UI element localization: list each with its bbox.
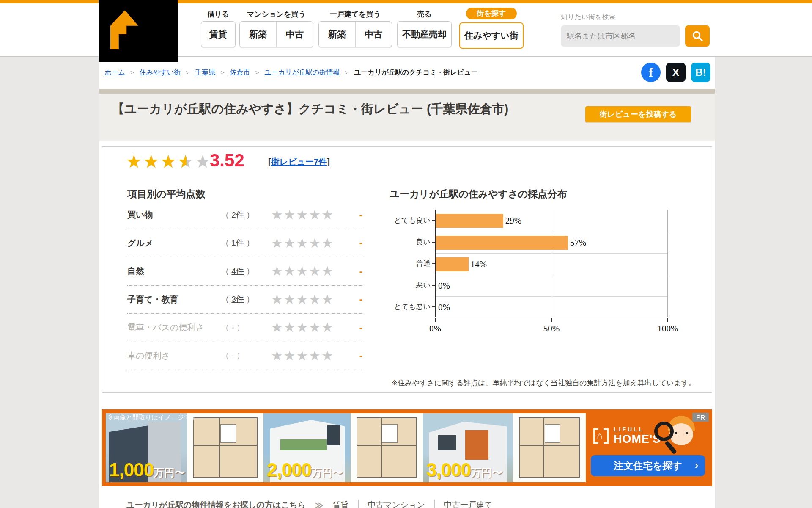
nav-button-mansion-new[interactable]: 新築	[240, 22, 276, 47]
category-stars: ★★★★★	[271, 237, 334, 250]
nav-group-buy-mansion: マンションを買う 新築 中古	[239, 8, 313, 47]
chart-value-label: 57%	[570, 237, 587, 248]
chart-category-label: 普通	[390, 253, 435, 274]
property-links-lead: ユーカリが丘駅の物件情報をお探しの方はこちら	[126, 500, 306, 508]
house-glyph: ⌂	[597, 430, 603, 442]
breadcrumb: ホーム ＞ 住みやすい街 ＞ 千葉県 ＞ 佐倉市 ＞ ユーカリが丘駅の街情報 ＞…	[104, 68, 478, 77]
house-photo-3: 3,000万円〜	[423, 413, 513, 482]
category-count-link[interactable]: 3件	[231, 295, 244, 304]
category-label: 車の便利さ	[127, 350, 221, 362]
chart-bar	[436, 257, 469, 271]
breadcrumb-separator: ＞	[184, 68, 191, 77]
page-title: 【ユーカリが丘駅の住みやすさ】クチコミ・街レビュー (千葉県佐倉市)	[112, 99, 577, 119]
post-review-button[interactable]: 街レビューを投稿する	[585, 106, 691, 122]
floorplan-image-2	[351, 413, 423, 482]
double-angle-icon: ≫	[315, 500, 324, 508]
category-row-shopping: 買い物 （ 2件 ） ★★★★★ -	[127, 201, 365, 229]
category-stars: ★★★★★	[271, 208, 334, 221]
hatena-bookmark-icon[interactable]: B!	[691, 63, 710, 82]
price-suffix: 万円〜	[311, 467, 343, 478]
ad-banner[interactable]: ※画像と間取りはイメージです PR 1,000万円〜 2,000万円〜 3,00…	[102, 409, 712, 486]
nav-button-house-used[interactable]: 中古	[355, 22, 392, 47]
breadcrumb-station-info[interactable]: ユーカリが丘駅の街情報	[264, 68, 340, 77]
nav-label-sell: 売る	[397, 8, 452, 21]
chart-category-label: とても良い	[390, 210, 435, 231]
breadcrumb-separator: ＞	[343, 68, 350, 77]
breadcrumb-chiba[interactable]: 千葉県	[195, 68, 215, 77]
breadcrumb-current: ユーカリが丘駅のクチコミ・街レビュー	[354, 68, 478, 77]
breadcrumb-sakura-city[interactable]: 佐倉市	[230, 68, 250, 77]
footer-link-rent[interactable]: 賃貸	[333, 500, 358, 508]
x-tick-label: 100%	[658, 323, 678, 334]
category-row-gourmet: グルメ （ 1件 ） ★★★★★ -	[127, 229, 365, 258]
nav-group-town: 街を探す 住みやすい街	[459, 8, 524, 49]
paren: （	[221, 295, 229, 304]
search-button[interactable]	[685, 25, 710, 47]
facebook-share-icon[interactable]: f	[641, 63, 661, 82]
breadcrumb-separator: ＞	[254, 68, 261, 77]
floorplan-image-3	[513, 413, 586, 482]
category-value: -	[359, 210, 365, 221]
price-2: 2,000	[267, 459, 311, 480]
category-stars: ★★★★★	[271, 349, 334, 362]
paren: ）	[236, 351, 244, 360]
nav-button-livable-town[interactable]: 住みやすい街	[460, 23, 523, 48]
breadcrumb-home[interactable]: ホーム	[104, 68, 125, 77]
breadcrumb-separator: ＞	[219, 68, 226, 77]
nav-label-buy-mansion: マンションを買う	[239, 8, 313, 21]
lifull-homes-logo[interactable]	[99, 0, 178, 62]
main-content: ホーム ＞ 住みやすい街 ＞ 千葉県 ＞ 佐倉市 ＞ ユーカリが丘駅の街情報 ＞…	[99, 56, 715, 508]
category-label: 電車・バスの便利さ	[127, 322, 221, 333]
paren: （	[221, 267, 229, 276]
category-stars: ★★★★★	[271, 293, 334, 306]
chart-value-label: 14%	[471, 259, 487, 270]
review-count-link[interactable]: 街レビュー7件	[271, 157, 327, 166]
nav-button-sell[interactable]: 不動産売却	[398, 22, 451, 47]
category-count: -	[231, 323, 234, 332]
category-count-link[interactable]: 1件	[231, 238, 244, 247]
x-share-icon[interactable]: X	[666, 63, 686, 82]
category-stars: ★★★★★	[271, 265, 334, 278]
category-value: -	[359, 266, 365, 277]
paren: （	[221, 210, 229, 219]
chart-category-labels: とても良い 良い 普通 悪い とても悪い	[390, 210, 435, 318]
bracket-open: [	[268, 157, 271, 166]
house-icon: ⌂	[593, 428, 609, 444]
chart-bar-row: 0%	[436, 275, 667, 296]
category-value: -	[359, 294, 365, 305]
paren: （	[221, 351, 229, 360]
property-links-row: ユーカリが丘駅の物件情報をお探しの方はこちら ≫ 賃貸 中古マンション 中古一戸…	[126, 500, 502, 508]
breadcrumb-livable-town[interactable]: 住みやすい街	[140, 68, 181, 77]
pr-badge: PR	[692, 413, 709, 422]
mascot-eye	[675, 432, 677, 434]
paren: ）	[246, 238, 254, 247]
floorplan-rooms	[357, 417, 417, 478]
chart-bar	[436, 214, 503, 228]
chart-category-label: 良い	[390, 231, 435, 253]
nav-group-rent: 借りる 賃貸	[201, 8, 236, 47]
category-count-link[interactable]: 2件	[231, 210, 244, 219]
nav-button-chintai[interactable]: 賃貸	[201, 22, 235, 47]
x-tick-mark	[667, 318, 668, 322]
category-count-link[interactable]: 4件	[231, 267, 244, 276]
footer-link-used-house[interactable]: 中古一戸建て	[434, 500, 502, 508]
category-row-car: 車の便利さ （ - ） ★★★★★ -	[127, 342, 365, 370]
nav-button-house-new[interactable]: 新築	[319, 22, 355, 47]
paren: ）	[246, 267, 254, 276]
chevron-right-icon: ›	[695, 459, 698, 471]
hedge-shape	[280, 439, 327, 450]
nav-button-mansion-used[interactable]: 中古	[276, 22, 313, 47]
town-search-input[interactable]	[561, 25, 680, 47]
nav-label-rent: 借りる	[201, 8, 236, 21]
house-photo-2: 2,000万円〜	[263, 413, 351, 482]
window-shape	[438, 435, 456, 450]
search-custom-home-button[interactable]: 注文住宅を探す ›	[591, 455, 705, 476]
category-label: 自然	[127, 265, 221, 277]
paren: ）	[236, 323, 244, 332]
x-tick-mark	[435, 318, 436, 322]
category-score-list: 買い物 （ 2件 ） ★★★★★ - グルメ （ 1件 ） ★★★★★ - 自然…	[127, 201, 365, 370]
chart-bar-row: 29%	[436, 210, 667, 232]
chart-bar-row: 0%	[436, 296, 667, 318]
footer-link-used-mansion[interactable]: 中古マンション	[358, 500, 434, 508]
chart-x-axis: 0% 50% 100%	[435, 318, 668, 335]
